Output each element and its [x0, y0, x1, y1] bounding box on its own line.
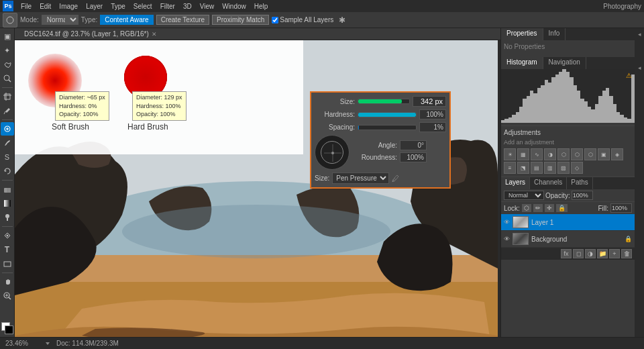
- menu-edit[interactable]: Edit: [36, 2, 54, 11]
- adj-channelmix[interactable]: ≡: [504, 162, 516, 174]
- tab-create-texture[interactable]: Create Texture: [156, 15, 209, 25]
- adj-bw[interactable]: ▣: [598, 148, 610, 160]
- history-brush-btn[interactable]: [1, 164, 14, 178]
- zoom-btn[interactable]: [1, 289, 14, 303]
- zoom-level: 23.46%: [5, 340, 39, 347]
- clone-tool-btn[interactable]: S: [1, 150, 14, 164]
- lock-transparent[interactable]: ⬡: [522, 204, 531, 212]
- size-pressure-select[interactable]: Pen Pressure: [332, 172, 389, 184]
- blend-mode-select[interactable]: Normal: [504, 191, 544, 200]
- hardness-value: 100%: [419, 109, 446, 119]
- dodge-btn[interactable]: [1, 211, 14, 224]
- hand-btn[interactable]: [1, 275, 14, 289]
- adj-hue[interactable]: ⬡: [557, 148, 570, 160]
- create-adj-btn[interactable]: ◑: [585, 249, 596, 258]
- hardness-slider[interactable]: [358, 112, 417, 117]
- adj-levels[interactable]: ▦: [517, 148, 529, 160]
- hard-diameter: Diameter: 129 px: [136, 93, 182, 102]
- add-layer-style-btn[interactable]: fx: [561, 249, 572, 258]
- adj-selective-color[interactable]: ◇: [571, 162, 583, 174]
- size-slider[interactable]: [358, 99, 410, 104]
- menu-layer[interactable]: Layer: [83, 2, 106, 11]
- adj-threshold[interactable]: ▥: [544, 162, 556, 174]
- marquee-tool-btn[interactable]: ▣: [1, 30, 14, 43]
- layer-1-visibility[interactable]: 👁: [504, 219, 510, 226]
- crop-tool-btn[interactable]: [1, 90, 14, 103]
- brush-preview[interactable]: [3, 13, 17, 28]
- adj-gradient-map[interactable]: ▨: [557, 162, 570, 174]
- delete-layer-btn[interactable]: 🗑: [621, 249, 632, 258]
- tab-navigation[interactable]: Navigation: [543, 57, 586, 69]
- opacity-input[interactable]: [572, 191, 593, 200]
- collapse-arrow-1[interactable]: ◂: [638, 31, 641, 38]
- menu-view[interactable]: View: [197, 2, 218, 11]
- menu-file[interactable]: File: [17, 2, 35, 11]
- pen-btn[interactable]: [1, 229, 14, 242]
- lock-image[interactable]: ✏: [533, 204, 543, 212]
- tab-channels[interactable]: Channels: [530, 177, 567, 189]
- tab-proximity-match[interactable]: Proximity Match: [212, 15, 269, 25]
- eraser-btn[interactable]: [1, 183, 14, 196]
- move-tool-btn[interactable]: ✦: [1, 44, 14, 57]
- menu-3d[interactable]: 3D: [180, 2, 195, 11]
- adj-invert[interactable]: ⬔: [517, 162, 529, 174]
- tab-layers[interactable]: Layers: [501, 177, 530, 189]
- new-layer-btn[interactable]: +: [609, 249, 620, 258]
- color-swatches: [1, 322, 13, 334]
- adj-poster[interactable]: ▤: [531, 162, 543, 174]
- quick-select-btn[interactable]: [1, 72, 14, 85]
- shape-btn[interactable]: [1, 257, 14, 270]
- tab-close-btn[interactable]: ✕: [152, 31, 157, 38]
- layer-item-1[interactable]: 👁 Layer 1: [501, 214, 635, 231]
- lasso-tool-btn[interactable]: [1, 58, 14, 71]
- layer-background[interactable]: 👁 Background 🔒: [501, 231, 635, 248]
- adj-exposure[interactable]: ◑: [544, 148, 556, 160]
- adj-brightness[interactable]: ☀: [504, 148, 516, 160]
- status-bar: 23.46% Doc: 114.3M/239.3M: [0, 337, 644, 349]
- collapse-arrow-2[interactable]: ◂: [638, 64, 641, 71]
- fg-bg-swatches[interactable]: [1, 322, 13, 334]
- lock-position[interactable]: ✛: [545, 204, 554, 212]
- heal-tool-btn[interactable]: [1, 122, 14, 136]
- tab-info[interactable]: Info: [543, 28, 566, 40]
- canvas-tab-item[interactable]: DSC1624.tif @ 23.7% (Layer 1, RGB/16*) ✕: [19, 29, 162, 39]
- menu-help[interactable]: Help: [251, 2, 272, 11]
- menu-image[interactable]: Image: [56, 2, 81, 11]
- tab-properties[interactable]: Properties: [501, 28, 543, 40]
- menu-type[interactable]: Type: [107, 2, 129, 11]
- eyedropper-btn[interactable]: [1, 104, 14, 117]
- tab-paths[interactable]: Paths: [567, 177, 593, 189]
- adj-saturation[interactable]: ⬡: [571, 148, 583, 160]
- svg-point-13: [5, 214, 9, 218]
- tab-histogram[interactable]: Histogram: [501, 57, 543, 69]
- new-group-btn[interactable]: 📁: [597, 249, 608, 258]
- brush-settings-icon[interactable]: ✱: [339, 15, 345, 25]
- adj-curves[interactable]: ∿: [531, 148, 543, 160]
- gradient-btn[interactable]: [1, 197, 14, 210]
- type-btn[interactable]: T: [1, 243, 14, 256]
- menu-bar: Ps File Edit Image Layer Type Select Fil…: [0, 0, 644, 12]
- histogram-bars: [501, 69, 635, 123]
- menu-window[interactable]: Window: [219, 2, 250, 11]
- background-color[interactable]: [5, 326, 13, 334]
- fill-input[interactable]: [610, 203, 632, 213]
- bg-visibility[interactable]: 👁: [504, 236, 510, 242]
- hard-brush-tooltip: Diameter: 129 px Hardness: 100% Opacity:…: [132, 91, 186, 121]
- adj-photofil[interactable]: ◈: [611, 148, 623, 160]
- app-icon: Ps: [3, 1, 13, 11]
- lock-all[interactable]: 🔒: [556, 204, 568, 212]
- menu-select[interactable]: Select: [130, 2, 156, 11]
- canvas-content[interactable]: Soft Brush Hard Brush Diameter: ~65 px H…: [15, 40, 500, 337]
- svg-point-1: [4, 75, 9, 81]
- sample-all-layers-check[interactable]: Sample All Layers: [272, 16, 333, 23]
- brush-tool-btn[interactable]: [1, 136, 14, 150]
- size-footer-label: Size:: [315, 174, 329, 182]
- tab-content-aware[interactable]: Content Aware: [100, 15, 153, 25]
- mode-select[interactable]: Normal: [42, 15, 78, 25]
- adjustments-section: Adjustments Add an adjustment ☀ ▦ ∿ ◑ ⬡ …: [501, 126, 635, 177]
- spacing-slider[interactable]: [358, 125, 417, 130]
- add-mask-btn[interactable]: ◻: [573, 249, 584, 258]
- adj-colorbalance[interactable]: ⬡: [584, 148, 596, 160]
- histogram-tab-bar: Histogram Navigation: [501, 57, 635, 69]
- menu-filter[interactable]: Filter: [157, 2, 178, 11]
